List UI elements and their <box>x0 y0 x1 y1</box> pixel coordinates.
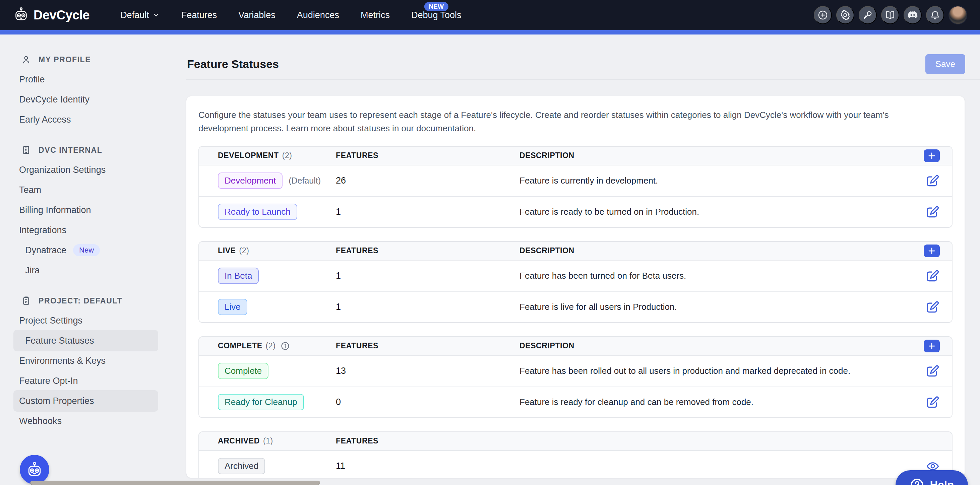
edit-icon <box>925 364 940 379</box>
edit-status-button[interactable] <box>925 395 940 410</box>
horizontal-scrollbar[interactable] <box>30 481 320 485</box>
nav-item-debug-tools[interactable]: Debug ToolsNEW <box>401 0 472 30</box>
status-table-archived: ARCHIVED(1) FEATURES Archived 11 <box>199 431 953 478</box>
feature-count: 26 <box>336 176 520 186</box>
feature-count: 13 <box>336 366 520 376</box>
status-description: Feature is live for all users in Product… <box>520 302 889 312</box>
sidebar-item-environments-keys[interactable]: Environments & Keys <box>0 351 186 371</box>
status-badge[interactable]: Complete <box>218 363 269 379</box>
new-badge: NEW <box>424 2 449 11</box>
sidebar-item-label: Environments & Keys <box>19 356 106 366</box>
edit-status-button[interactable] <box>925 269 940 284</box>
nav-item-metrics[interactable]: Metrics <box>350 0 401 30</box>
sidebar-item-feature-statuses[interactable]: Feature Statuses <box>0 331 186 351</box>
table-header-row: COMPLETE(2) FEATURES DESCRIPTION <box>199 337 952 356</box>
plus-circle-button[interactable] <box>814 6 832 24</box>
accent-strip <box>0 30 980 35</box>
sidebar-item-label: Project Settings <box>19 315 83 326</box>
sidebar-item-devcycle-identity[interactable]: DevCycle Identity <box>0 89 186 109</box>
status-description: Feature has been turned on for Beta user… <box>520 271 889 281</box>
top-navbar: DevCycle Default FeaturesVariablesAudien… <box>0 0 980 30</box>
status-table-live: LIVE(2) FEATURES DESCRIPTION In Beta 1 F… <box>199 241 953 323</box>
feature-count: 1 <box>336 302 520 312</box>
sidebar-item-webhooks[interactable]: Webhooks <box>0 411 186 431</box>
nav-item-label: Variables <box>238 10 275 21</box>
main-content: Feature Statuses Save Configure the stat… <box>186 35 980 485</box>
sidebar-item-dynatrace[interactable]: DynatraceNew <box>0 240 186 260</box>
category-label: LIVE(2) <box>218 246 336 255</box>
user-avatar[interactable] <box>948 6 967 24</box>
devcycle-robot-icon <box>26 461 43 478</box>
edit-status-button[interactable] <box>925 300 940 314</box>
sidebar-item-custom-properties[interactable]: Custom Properties <box>0 391 186 411</box>
new-badge: New <box>73 244 100 256</box>
sidebar-item-profile[interactable]: Profile <box>0 69 186 89</box>
status-badge[interactable]: Ready to Launch <box>218 204 297 220</box>
clipboard-icon <box>21 296 31 306</box>
status-row-ready-for-cleanup: Ready for Cleanup 0 Feature is ready for… <box>199 387 952 417</box>
add-status-button[interactable] <box>924 244 940 257</box>
edit-icon <box>925 300 940 314</box>
category-label: DEVELOPMENT(2) <box>218 151 336 160</box>
sidebar-item-organization-settings[interactable]: Organization Settings <box>0 160 186 180</box>
status-badge[interactable]: Archived <box>218 458 265 474</box>
edit-status-button[interactable] <box>925 173 940 188</box>
edit-status-button[interactable] <box>925 204 940 219</box>
discord-button[interactable] <box>904 6 922 24</box>
sidebar-item-early-access[interactable]: Early Access <box>0 109 186 130</box>
save-button[interactable]: Save <box>925 54 965 74</box>
nav-item-audiences[interactable]: Audiences <box>286 0 350 30</box>
status-badge[interactable]: Ready for Cleanup <box>218 394 304 410</box>
category-label: ARCHIVED(1) <box>218 436 336 445</box>
category-label: COMPLETE(2) <box>218 341 336 351</box>
status-description: Feature is ready to be turned on in Prod… <box>520 207 889 217</box>
building-icon <box>21 145 31 155</box>
sidebar-item-team[interactable]: Team <box>0 180 186 200</box>
sidebar-item-label: Dynatrace <box>25 245 66 255</box>
info-circle-icon[interactable] <box>280 341 290 351</box>
status-row-complete: Complete 13 Feature has been rolled out … <box>199 356 952 387</box>
status-description: Feature has been rolled out to all users… <box>520 366 889 376</box>
status-badge[interactable]: Development <box>218 173 283 189</box>
edit-icon <box>925 269 940 284</box>
gear-button[interactable] <box>836 6 854 24</box>
nav-item-features[interactable]: Features <box>170 0 228 30</box>
sidebar-item-label: Integrations <box>19 225 66 235</box>
sidebar-item-jira[interactable]: Jira <box>0 260 186 281</box>
key-button[interactable] <box>859 6 877 24</box>
plus-icon <box>927 246 937 256</box>
devcycle-logo[interactable]: DevCycle <box>13 7 89 24</box>
features-column-header: FEATURES <box>336 341 520 350</box>
sidebar-item-integrations[interactable]: Integrations <box>0 220 186 240</box>
navbar-actions <box>814 6 967 24</box>
sidebar-item-label: Custom Properties <box>19 396 94 406</box>
help-button[interactable]: Help <box>896 470 968 485</box>
book-button[interactable] <box>881 6 899 24</box>
add-status-button[interactable] <box>924 340 940 352</box>
add-status-button[interactable] <box>924 149 940 162</box>
status-badge[interactable]: In Beta <box>218 268 259 284</box>
chevron-down-icon <box>153 11 160 21</box>
feature-count: 1 <box>336 207 520 217</box>
nav-item-label: Debug Tools <box>411 10 461 21</box>
status-badge[interactable]: Live <box>218 299 247 315</box>
sidebar-item-project-settings[interactable]: Project Settings <box>0 311 186 331</box>
nav-item-variables[interactable]: Variables <box>228 0 286 30</box>
sidebar-item-label: Feature Opt-In <box>19 376 78 386</box>
feature-statuses-card: Configure the statuses your team uses to… <box>186 96 964 478</box>
sidebar-section-title: MY PROFILE <box>38 55 91 64</box>
sidebar-item-billing-information[interactable]: Billing Information <box>0 200 186 220</box>
intro-text: Configure the statuses your team uses to… <box>199 108 939 135</box>
features-column-header: FEATURES <box>336 436 520 445</box>
status-row-archived: Archived 11 <box>199 451 952 478</box>
sidebar-item-feature-opt-in[interactable]: Feature Opt-In <box>0 371 186 391</box>
status-row-ready-to-launch: Ready to Launch 1 Feature is ready to be… <box>199 196 952 227</box>
person-icon <box>21 55 31 65</box>
sidebar-section: MY PROFILEProfileDevCycle IdentityEarly … <box>0 53 186 130</box>
sidebar-item-label: Organization Settings <box>19 165 106 175</box>
main-nav: Default FeaturesVariablesAudiencesMetric… <box>110 0 472 30</box>
devcycle-assistant-button[interactable] <box>20 455 49 484</box>
bell-button[interactable] <box>926 6 944 24</box>
edit-status-button[interactable] <box>925 364 940 379</box>
project-selector-dropdown[interactable]: Default <box>110 0 170 30</box>
